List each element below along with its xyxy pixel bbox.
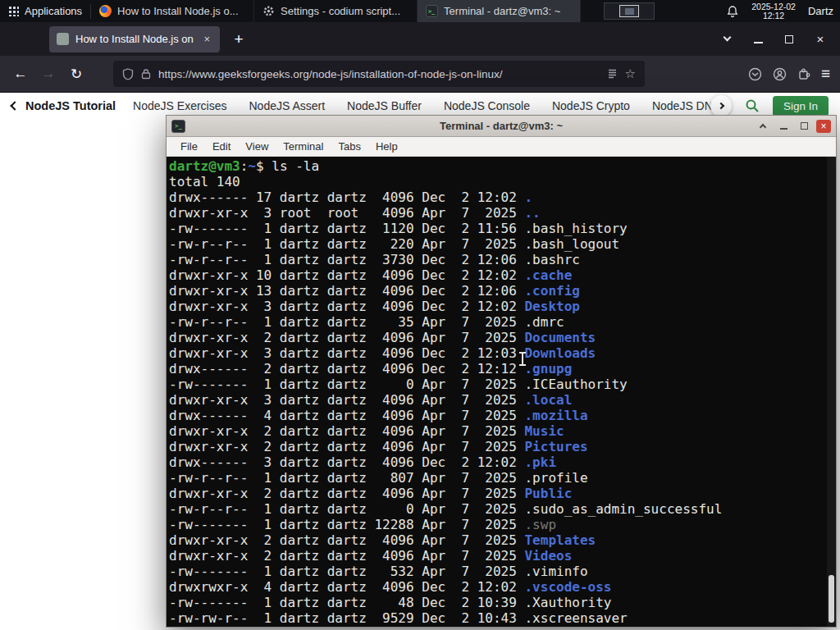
terminal-scrollbar[interactable] xyxy=(827,157,836,627)
sign-in-button[interactable]: Sign In xyxy=(773,96,829,116)
applications-grid-icon xyxy=(8,6,19,16)
taskbar-item-settings[interactable]: Settings - codium script... xyxy=(254,0,418,22)
url-text[interactable]: https://www.geeksforgeeks.org/node-js/in… xyxy=(158,68,600,80)
terminal-menubar: File Edit View Terminal Tabs Help xyxy=(167,137,836,157)
terminal-title: Terminal - dartz@vm3: ~ xyxy=(167,120,836,132)
window-controls: × xyxy=(714,27,840,52)
back-button[interactable]: ← xyxy=(7,61,34,87)
window-close-button[interactable]: × xyxy=(807,27,833,52)
terminal-minimize-button[interactable] xyxy=(775,119,792,134)
user-menu[interactable]: Dartz xyxy=(808,5,833,17)
mouse-cursor xyxy=(518,351,527,367)
panel-status-area: 2025-12-02 12:12 Dartz xyxy=(726,2,840,21)
terminal-window: >_ Terminal - dartz@vm3: ~ × File Edit V… xyxy=(166,115,837,628)
tracking-shield-icon[interactable] xyxy=(122,68,134,80)
taskbar-item-terminal[interactable]: >_ Terminal - dartz@vm3: ~ xyxy=(418,0,581,22)
menu-tabs[interactable]: Tabs xyxy=(331,139,368,154)
tab-close-icon[interactable]: × xyxy=(201,32,212,46)
site-link-buffer[interactable]: NodeJS Buffer xyxy=(347,99,422,112)
terminal-titlebar[interactable]: >_ Terminal - dartz@vm3: ~ × xyxy=(167,116,836,137)
tab-favicon xyxy=(57,33,69,45)
extensions-puzzle-icon[interactable] xyxy=(797,67,810,80)
taskbar-item-label: Terminal - dartz@vm3: ~ xyxy=(444,5,560,17)
toolbar-icons: ≡ xyxy=(748,65,833,83)
menu-file[interactable]: File xyxy=(173,139,205,154)
lock-icon[interactable] xyxy=(141,68,151,80)
new-tab-button[interactable]: + xyxy=(226,27,251,52)
tab-bar: How to Install Node.js on × + × xyxy=(0,22,840,56)
reader-mode-icon[interactable] xyxy=(607,68,618,80)
maximize-icon xyxy=(801,122,808,130)
terminal-maximize-button[interactable] xyxy=(796,119,812,134)
terminal-viewport[interactable]: dartz@vm3:~$ ls -la total 140 drwx------… xyxy=(167,157,836,627)
forward-button[interactable]: → xyxy=(34,61,62,87)
site-link-assert[interactable]: NodeJS Assert xyxy=(249,99,326,112)
menu-help[interactable]: Help xyxy=(368,139,405,154)
bookmark-star-icon[interactable]: ☆ xyxy=(625,66,636,81)
window-list: How to Install Node.js o... Settings - c… xyxy=(91,0,581,22)
window-minimize-button[interactable] xyxy=(745,27,771,52)
site-back-label: NodeJS Tutorial xyxy=(25,99,116,112)
site-link-exercises[interactable]: NodeJS Exercises xyxy=(133,99,226,112)
url-bar[interactable]: https://www.geeksforgeeks.org/node-js/in… xyxy=(113,61,645,87)
terminal-output: dartz@vm3:~$ ls -la total 140 drwx------… xyxy=(167,157,836,626)
app-menu-icon[interactable]: ≡ xyxy=(821,65,830,83)
scroll-links-right-button[interactable] xyxy=(710,95,732,116)
taskbar-item-firefox[interactable]: How to Install Node.js o... xyxy=(91,0,254,22)
desktop: Applications How to Install Node.js o...… xyxy=(0,0,840,630)
scrollbar-thumb[interactable] xyxy=(829,575,834,623)
workspace-active-window xyxy=(619,5,639,17)
applications-label: Applications xyxy=(25,5,82,17)
site-links: NodeJS Exercises NodeJS Assert NodeJS Bu… xyxy=(133,99,722,112)
reload-button[interactable]: ↻ xyxy=(62,61,90,87)
workspace-switcher[interactable] xyxy=(604,2,655,20)
terminal-icon: >_ xyxy=(425,5,438,18)
chevron-right-icon xyxy=(718,103,724,109)
window-maximize-button[interactable] xyxy=(776,27,802,52)
tab-title: How to Install Node.js on xyxy=(75,33,194,45)
clock[interactable]: 2025-12-02 12:12 xyxy=(751,2,796,21)
chevron-left-icon xyxy=(10,101,19,110)
minimize-icon xyxy=(780,128,788,130)
taskbar-item-label: How to Install Node.js o... xyxy=(117,5,238,17)
terminal-icon: >_ xyxy=(171,120,185,133)
minimize-icon xyxy=(754,42,763,43)
top-panel: Applications How to Install Node.js o...… xyxy=(0,0,840,22)
terminal-window-controls: × xyxy=(755,119,831,134)
search-icon[interactable] xyxy=(745,98,760,113)
menu-view[interactable]: View xyxy=(238,139,276,154)
gear-icon xyxy=(262,5,275,18)
site-link-crypto[interactable]: NodeJS Crypto xyxy=(552,99,630,112)
chevron-up-icon xyxy=(760,124,766,130)
list-tabs-button[interactable] xyxy=(714,27,740,52)
chevron-down-icon xyxy=(723,34,731,42)
taskbar-item-label: Settings - codium script... xyxy=(281,5,400,17)
menu-terminal[interactable]: Terminal xyxy=(276,139,331,154)
applications-menu[interactable]: Applications xyxy=(0,0,90,22)
maximize-icon xyxy=(785,35,793,43)
clock-time: 12:12 xyxy=(751,11,796,21)
account-icon[interactable] xyxy=(773,67,787,81)
site-back-nav[interactable]: NodeJS Tutorial xyxy=(11,99,116,112)
terminal-rollup-button[interactable] xyxy=(755,119,771,134)
notifications-bell-icon[interactable] xyxy=(726,5,739,18)
site-link-console[interactable]: NodeJS Console xyxy=(444,99,530,112)
browser-tab[interactable]: How to Install Node.js on × xyxy=(49,26,220,52)
terminal-close-button[interactable]: × xyxy=(816,120,831,133)
navigation-toolbar: ← → ↻ https://www.geeksforgeeks.org/node… xyxy=(0,56,840,93)
firefox-icon xyxy=(98,5,112,18)
clock-date: 2025-12-02 xyxy=(751,2,796,11)
menu-edit[interactable]: Edit xyxy=(205,139,238,154)
pocket-icon[interactable] xyxy=(748,67,762,81)
